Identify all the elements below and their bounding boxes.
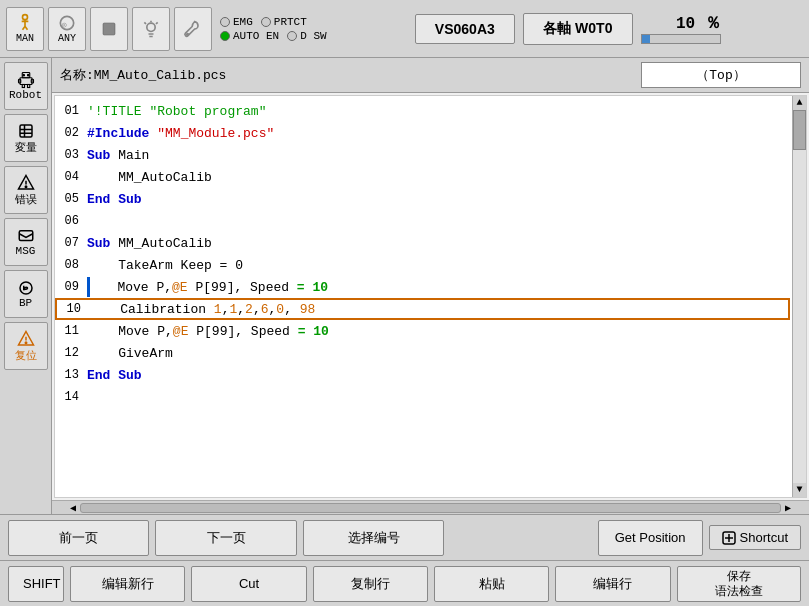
code-line-10: 10 Calibration 1,1,2,6,0, 98 xyxy=(55,298,790,320)
svg-text:◎: ◎ xyxy=(62,21,67,29)
top-bar: MAN ◎ ANY xyxy=(0,0,809,58)
code-scroll[interactable]: 01 '!TITLE "Robot program" 02 #Include "… xyxy=(55,96,806,497)
cut-button[interactable]: Cut xyxy=(191,566,306,602)
progress-bar xyxy=(641,34,721,44)
editor-area: 名称:MM_Auto_Calib.pcs （Top） 01 '!TITLE "R… xyxy=(52,58,809,514)
code-line-08: 08 TakeArm Keep = 0 xyxy=(55,254,790,276)
shortcut-area: Shortcut xyxy=(709,525,801,550)
svg-rect-17 xyxy=(20,125,32,137)
code-line-06: 06 xyxy=(55,210,790,232)
file-name: 名称:MM_Auto_Calib.pcs xyxy=(60,66,226,84)
light-button[interactable] xyxy=(132,7,170,51)
scroll-right-arrow[interactable]: ▶ xyxy=(781,502,795,514)
axes-button[interactable]: 各軸 W0T0 xyxy=(523,13,633,45)
top-dropdown[interactable]: （Top） xyxy=(641,62,801,88)
code-line-13: 13 End Sub xyxy=(55,364,790,386)
svg-point-8 xyxy=(187,33,189,35)
svg-point-16 xyxy=(27,74,29,76)
autoen-status: AUTO EN xyxy=(220,30,279,42)
scroll-up-arrow[interactable]: ▲ xyxy=(793,96,806,110)
sidebar-item-robot[interactable]: Robot xyxy=(4,62,48,110)
sidebar-item-variable[interactable]: 変量 xyxy=(4,114,48,162)
scroll-thumb[interactable] xyxy=(793,110,806,150)
emg-status: EMG xyxy=(220,16,253,28)
prtct-status: PRTCT xyxy=(261,16,307,28)
top-bar-left: MAN ◎ ANY xyxy=(6,7,327,51)
svg-point-15 xyxy=(23,74,25,76)
select-num-button[interactable]: 选择编号 xyxy=(303,520,444,556)
editor-header: 名称:MM_Auto_Calib.pcs （Top） xyxy=(52,58,809,93)
code-line-04: 04 MM_AutoCalib xyxy=(55,166,790,188)
next-page-button[interactable]: 下一页 xyxy=(155,520,296,556)
paste-button[interactable]: 粘贴 xyxy=(434,566,549,602)
vs-button[interactable]: VS060A3 xyxy=(415,14,515,44)
sidebar-item-msg[interactable]: MSG xyxy=(4,218,48,266)
get-position-button[interactable]: Get Position xyxy=(598,520,703,556)
shortcut-button[interactable]: Shortcut xyxy=(709,525,801,550)
svg-rect-10 xyxy=(20,78,32,85)
progress-fill xyxy=(642,35,650,43)
code-line-01: 01 '!TITLE "Robot program" xyxy=(55,100,790,122)
svg-line-7 xyxy=(156,22,158,24)
line-bar-09 xyxy=(87,277,90,297)
shortcut-icon xyxy=(722,531,736,545)
hscroll-bar[interactable] xyxy=(80,503,781,513)
svg-point-4 xyxy=(147,23,155,31)
svg-rect-3 xyxy=(103,23,115,35)
toolbar2: SHIFT 编辑新行 Cut 复制行 粘贴 编辑行 保存 语法检查 xyxy=(0,560,809,606)
shift-button[interactable]: SHIFT xyxy=(8,566,64,602)
code-line-07: 07 Sub MM_AutoCalib xyxy=(55,232,790,254)
sidebar-item-bp[interactable]: BP xyxy=(4,270,48,318)
code-line-05: 05 End Sub xyxy=(55,188,790,210)
copy-button[interactable]: 复制行 xyxy=(313,566,428,602)
status-panel: EMG PRTCT AUTO EN D SW xyxy=(220,16,327,42)
prev-page-button[interactable]: 前一页 xyxy=(8,520,149,556)
code-line-11: 11 Move P,@E P[99], Speed = 10 xyxy=(55,320,790,342)
percent-display: 10 ％ xyxy=(641,13,721,44)
top-center: VS060A3 各軸 W0T0 10 ％ xyxy=(415,13,721,45)
vertical-scrollbar[interactable]: ▲ ▼ xyxy=(792,96,806,497)
code-line-02: 02 #Include "MM_Module.pcs" xyxy=(55,122,790,144)
svg-point-0 xyxy=(23,15,28,20)
code-line-03: 03 Sub Main xyxy=(55,144,790,166)
code-container[interactable]: 01 '!TITLE "Robot program" 02 #Include "… xyxy=(54,95,807,498)
dsw-status: D SW xyxy=(287,30,326,42)
scroll-down-arrow[interactable]: ▼ xyxy=(793,483,806,497)
code-line-09: 09 Move P,@E P[99], Speed = 10 xyxy=(55,276,790,298)
stop-button[interactable] xyxy=(90,7,128,51)
sidebar-item-error[interactable]: 错误 xyxy=(4,166,48,214)
svg-point-22 xyxy=(25,186,27,188)
scroll-left-arrow[interactable]: ◀ xyxy=(66,502,80,514)
code-line-12: 12 GiveArm xyxy=(55,342,790,364)
sidebar: Robot 変量 错误 MSG xyxy=(0,58,52,514)
scroll-track[interactable] xyxy=(793,110,806,483)
edit-new-row-button[interactable]: 编辑新行 xyxy=(70,566,185,602)
toolbar1: 前一页 下一页 选择编号 Get Position Shortcut xyxy=(0,514,809,560)
edit-row-button[interactable]: 编辑行 xyxy=(555,566,670,602)
any-button[interactable]: ◎ ANY xyxy=(48,7,86,51)
horizontal-scrollbar[interactable]: ◀ ▶ xyxy=(52,500,809,514)
man-button[interactable]: MAN xyxy=(6,7,44,51)
svg-rect-14 xyxy=(27,85,29,88)
main-area: Robot 変量 错误 MSG xyxy=(0,58,809,514)
tool-button[interactable] xyxy=(174,7,212,51)
sidebar-item-reset[interactable]: 复位 xyxy=(4,322,48,370)
svg-point-27 xyxy=(25,342,27,344)
svg-rect-13 xyxy=(22,85,24,88)
save-syntax-button[interactable]: 保存 语法检查 xyxy=(677,566,801,602)
svg-line-6 xyxy=(144,22,146,24)
code-line-14: 14 xyxy=(55,386,790,408)
